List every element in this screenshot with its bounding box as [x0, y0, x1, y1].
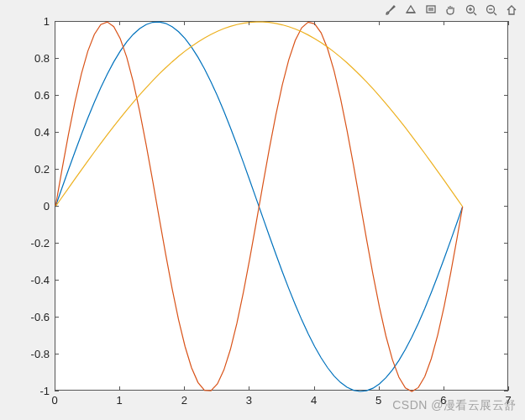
- y-tick-mark: [55, 206, 59, 207]
- y-tick-mark: [504, 169, 508, 170]
- y-tick-label: 1: [44, 15, 50, 28]
- y-tick-mark: [55, 169, 59, 170]
- axes[interactable]: [55, 21, 508, 391]
- y-tick-mark: [55, 58, 59, 59]
- datatip-tool[interactable]: [423, 2, 439, 18]
- brush-icon: [384, 3, 397, 17]
- home-icon: [505, 3, 518, 17]
- plot-area: [55, 22, 509, 391]
- y-tick-mark: [55, 21, 59, 22]
- x-tick-mark: [444, 386, 444, 391]
- svg-rect-0: [427, 6, 435, 13]
- zoomout-icon: [485, 3, 498, 17]
- x-tick-mark: [508, 21, 509, 25]
- y-tick-label: -0.8: [31, 348, 50, 360]
- x-tick-label: 5: [375, 394, 381, 407]
- x-tick-mark: [508, 386, 509, 391]
- x-tick-mark: [444, 21, 444, 25]
- x-tick-label: 4: [311, 394, 317, 407]
- x-tick-mark: [119, 21, 120, 25]
- x-tick-mark: [379, 386, 380, 391]
- x-tick-label: 1: [117, 394, 123, 407]
- y-tick-mark: [55, 132, 59, 133]
- pan-icon: [444, 3, 458, 17]
- axes-toolbar: [382, 2, 520, 18]
- watermark: CSDN @漫看云展云舒: [392, 398, 517, 413]
- series-line: [55, 22, 463, 391]
- y-tick-mark: [504, 95, 508, 96]
- y-tick-mark: [504, 354, 508, 354]
- x-tick-mark: [249, 21, 249, 25]
- y-tick-mark: [504, 280, 508, 281]
- x-tick-mark: [314, 21, 315, 25]
- x-tick-label: 3: [246, 394, 252, 407]
- series-line: [55, 22, 463, 207]
- x-tick-mark: [184, 386, 185, 391]
- zoomin-tool[interactable]: [463, 2, 480, 18]
- y-tick-mark: [55, 391, 59, 391]
- y-tick-label: 0: [44, 200, 50, 213]
- rotate-tool[interactable]: [402, 2, 419, 18]
- figure-window: 01234567 -1-0.8-0.6-0.4-0.200.20.40.60.8…: [0, 0, 525, 420]
- y-tick-mark: [504, 206, 508, 207]
- x-tick-mark: [314, 386, 315, 391]
- y-tick-mark: [504, 391, 508, 391]
- y-tick-label: 0.8: [34, 52, 50, 65]
- home-tool[interactable]: [503, 2, 520, 18]
- y-tick-mark: [55, 280, 59, 281]
- y-tick-label: -0.6: [31, 311, 50, 323]
- svg-line-4: [474, 13, 476, 15]
- svg-line-8: [494, 13, 496, 15]
- x-tick-mark: [249, 386, 249, 391]
- brush-tool[interactable]: [382, 2, 399, 18]
- x-tick-mark: [379, 21, 380, 25]
- rotate3d-icon: [404, 3, 417, 17]
- zoomin-icon: [465, 3, 478, 17]
- x-tick-label: 0: [51, 394, 57, 407]
- y-tick-mark: [55, 243, 59, 244]
- y-tick-label: -0.4: [31, 274, 50, 286]
- y-tick-mark: [55, 95, 59, 96]
- y-tick-mark: [504, 243, 508, 244]
- y-tick-mark: [504, 21, 508, 22]
- datatip-icon: [424, 3, 438, 17]
- y-tick-label: -1: [39, 385, 50, 397]
- y-tick-label: -0.2: [31, 237, 50, 249]
- zoomout-tool[interactable]: [483, 2, 500, 18]
- y-tick-label: 0.2: [34, 163, 50, 176]
- x-tick-mark: [184, 21, 185, 25]
- y-tick-mark: [504, 58, 508, 59]
- y-tick-mark: [55, 317, 59, 318]
- pan-tool[interactable]: [443, 2, 459, 18]
- y-tick-mark: [504, 132, 508, 133]
- y-tick-label: 0.4: [34, 126, 50, 139]
- x-tick-mark: [119, 386, 120, 391]
- y-tick-label: 0.6: [34, 89, 50, 102]
- x-tick-label: 2: [181, 394, 187, 407]
- y-tick-mark: [504, 317, 508, 318]
- y-tick-mark: [55, 354, 59, 354]
